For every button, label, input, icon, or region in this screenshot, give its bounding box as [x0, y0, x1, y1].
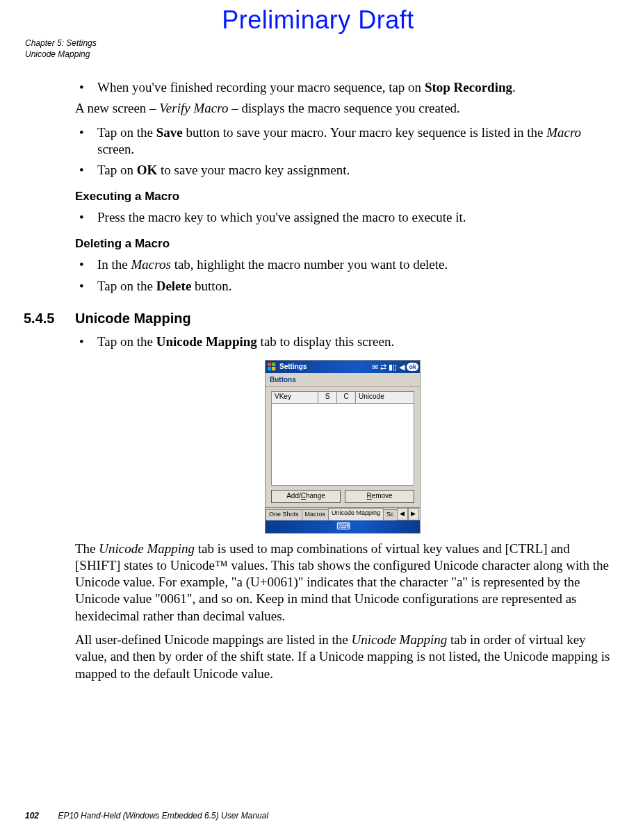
mapping-list[interactable]: VKey S C Unicode: [271, 391, 414, 486]
text: In the: [97, 257, 131, 272]
chapter-line2: Unicode Mapping: [25, 49, 97, 60]
applet-title: Buttons: [266, 373, 420, 387]
tab-unicode-mapping[interactable]: Unicode Mapping: [328, 508, 384, 520]
underline: R: [366, 492, 371, 500]
watermark-text: Preliminary Draft: [0, 6, 636, 35]
bullet-stop-recording: When you've finished recording your macr…: [75, 79, 610, 96]
chapter-line1: Chapter 5: Settings: [25, 38, 97, 49]
text: emove: [372, 492, 393, 500]
tab-one-shots[interactable]: One Shots: [266, 509, 302, 520]
italic: Macros: [131, 257, 171, 272]
col-c[interactable]: C: [337, 392, 356, 403]
bullet-tap-unicode: Tap on the Unicode Mapping tab to displa…: [75, 333, 610, 350]
bullet-highlight-macro: In the Macros tab, highlight the macro n…: [75, 256, 610, 273]
device-titlebar: Settings ✉ ⇄ ▮▯ ◀ ok: [266, 361, 420, 373]
text: hange: [306, 492, 325, 500]
list-header: VKey S C Unicode: [272, 392, 414, 404]
tabbar: One Shots Macros Unicode Mapping Sc ◀ ▶: [266, 507, 420, 520]
bold: Save: [156, 125, 183, 140]
paragraph-verify-macro: A new screen – Verify Macro – displays t…: [75, 100, 610, 117]
bullet-ok-save: Tap on OK to save your macro key assignm…: [75, 162, 610, 179]
col-s[interactable]: S: [318, 392, 337, 403]
bold: Delete: [156, 279, 192, 293]
add-change-button[interactable]: Add/Change: [271, 490, 341, 503]
bold: OK: [137, 163, 158, 177]
connection-icon[interactable]: ⇄: [380, 362, 386, 372]
bold: Unicode Mapping: [156, 334, 257, 349]
text: Tap on: [97, 163, 137, 177]
tab-scroll-right[interactable]: ▶: [408, 508, 419, 520]
sip-bar[interactable]: ⌨: [266, 520, 420, 533]
remove-button[interactable]: Remove: [345, 490, 414, 503]
section-heading: 5.4.5 Unicode Mapping: [24, 310, 610, 328]
signal-icon[interactable]: ▮▯: [389, 362, 397, 372]
device-window: Settings ✉ ⇄ ▮▯ ◀ ok Buttons VKey S C: [265, 360, 421, 534]
text: tab, highlight the macro number you want…: [171, 257, 448, 272]
text: button.: [191, 279, 231, 293]
tab-macros[interactable]: Macros: [302, 509, 329, 520]
text: A new screen –: [75, 101, 159, 115]
device-tray: ✉ ⇄ ▮▯ ◀ ok: [372, 362, 418, 372]
bullet-press-macro: Press the macro key to which you've assi…: [75, 209, 610, 226]
footer-text: EP10 Hand-Held (Windows Embedded 6.5) Us…: [58, 811, 268, 821]
volume-icon[interactable]: ◀: [399, 362, 405, 372]
section-number: 5.4.5: [24, 310, 75, 328]
italic: Unicode Mapping: [99, 541, 195, 556]
device-title: Settings: [279, 363, 307, 372]
tab-scroll-left[interactable]: ◀: [397, 508, 408, 520]
bullet-save-macro: Tap on the Save button to save your macr…: [75, 124, 610, 158]
underline: C: [301, 492, 306, 500]
section-title: Unicode Mapping: [75, 310, 191, 328]
col-vkey[interactable]: VKey: [272, 392, 318, 403]
text: tab to display this screen.: [257, 334, 394, 349]
text: to save your macro key assignment.: [157, 163, 350, 177]
paragraph-unicode-order: All user-defined Unicode mappings are li…: [75, 632, 610, 682]
ok-button[interactable]: ok: [407, 363, 418, 371]
subhead-executing: Executing a Macro: [75, 189, 610, 204]
page-footer: 102 EP10 Hand-Held (Windows Embedded 6.5…: [25, 811, 268, 821]
text: Tap on the: [97, 334, 156, 349]
bullet-tap-delete: Tap on the Delete button.: [75, 278, 610, 295]
paragraph-unicode-desc: The Unicode Mapping tab is used to map c…: [75, 541, 610, 625]
text: .: [512, 80, 516, 94]
start-icon[interactable]: [267, 362, 277, 372]
text: screen.: [97, 142, 134, 156]
page-number: 102: [25, 811, 39, 821]
italic: Macro: [546, 125, 581, 140]
text: The: [75, 541, 99, 556]
text: Tap on the: [97, 279, 156, 293]
subhead-deleting: Deleting a Macro: [75, 236, 610, 252]
page-content: When you've finished recording your macr…: [75, 79, 610, 689]
italic: Verify Macro: [159, 101, 228, 115]
text: Tap on the: [97, 125, 156, 140]
svg-rect-2: [268, 367, 271, 370]
text: button to save your macro. Your macro ke…: [183, 125, 546, 140]
svg-rect-3: [272, 367, 275, 370]
italic: Unicode Mapping: [351, 632, 447, 647]
figure-device-screenshot: Settings ✉ ⇄ ▮▯ ◀ ok Buttons VKey S C: [75, 360, 610, 534]
keyboard-icon[interactable]: ⌨: [336, 520, 349, 533]
chat-icon[interactable]: ✉: [372, 362, 378, 372]
tab-sc[interactable]: Sc: [383, 509, 398, 520]
bold: Stop Recording: [425, 80, 512, 94]
svg-rect-1: [272, 363, 275, 366]
col-unicode[interactable]: Unicode: [356, 392, 414, 403]
text: – displays the macro sequence you create…: [228, 101, 459, 115]
text: All user-defined Unicode mappings are li…: [75, 632, 351, 647]
chapter-header: Chapter 5: Settings Unicode Mapping: [25, 38, 97, 60]
text: When you've finished recording your macr…: [97, 80, 425, 94]
text: Add/: [286, 492, 301, 500]
svg-rect-0: [268, 363, 271, 366]
